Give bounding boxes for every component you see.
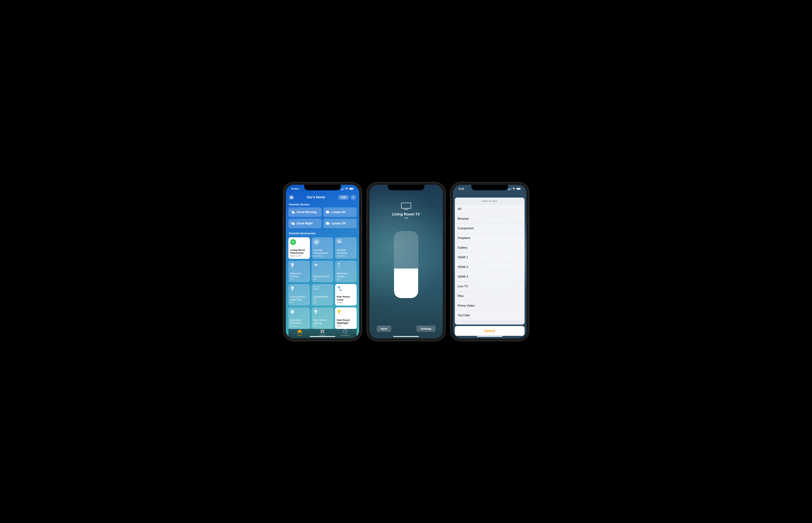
tile-living-room-light-tiles[interactable]: Living Room Light TilesOff — [288, 284, 310, 306]
input-option-plex[interactable]: Plex — [455, 291, 525, 301]
scene-lamps-on[interactable]: Lamps On — [323, 208, 357, 217]
tab-bar: HomeRoomsAutomation — [288, 329, 357, 338]
svg-rect-18 — [314, 286, 319, 289]
input-option-fireplace[interactable]: Fireplace — [455, 233, 525, 243]
scene-icon — [290, 221, 295, 226]
tile-status: Updating — [337, 255, 355, 257]
tile-status: Paused — [290, 325, 308, 327]
temperature-icon: 48° — [314, 239, 319, 245]
input-option-gallery[interactable]: Gallery — [455, 243, 525, 253]
tile-name: Living Room TV — [314, 295, 332, 301]
svg-rect-33 — [517, 188, 520, 190]
phone-accessory-detail: Living Room TV Off Input Settings — [367, 182, 445, 341]
tab-label: Automation — [340, 335, 350, 336]
tab-automation[interactable]: Automation — [334, 329, 357, 336]
svg-rect-23 — [291, 310, 294, 314]
tile-name: Bedroom Lamps — [337, 272, 355, 278]
home-indicator[interactable] — [310, 336, 335, 337]
tile-name: Living Room Light Tiles — [290, 295, 308, 301]
home-title: Zac's Home — [307, 195, 325, 199]
accessory-state: Off — [392, 217, 420, 220]
svg-rect-1 — [350, 188, 353, 190]
phone-home-app: 9:31➤ Zac's Home Edit ＋ Favorite Scenes … — [283, 182, 362, 341]
tile-living-room-thermostat[interactable]: 72°Living Room ThermostatHeat to 68° — [288, 237, 310, 259]
tile-outside-humidity[interactable]: Outside HumidityUpdating — [335, 237, 357, 259]
svg-rect-24 — [315, 313, 316, 314]
svg-rect-34 — [521, 188, 521, 189]
svg-rect-17 — [292, 290, 293, 291]
tile-bedroom-homepod[interactable]: Bedroom HomePodPaused — [288, 307, 310, 329]
scenes-grid: Good MorningLamps OnGood NightLamps Off — [288, 208, 357, 228]
tile-kids-room-lamp[interactable]: Kids Room Lamp100% — [335, 284, 357, 306]
power-slider[interactable] — [394, 231, 418, 298]
phone-input-picker: 9:31 Select an Input. AVBrowserComponent… — [451, 182, 529, 341]
tab-icon — [320, 329, 325, 334]
tile-status: Off — [290, 278, 308, 281]
tile-name: Bedroom HomePod — [290, 319, 308, 325]
tile-name: Kids Room Nightlight — [337, 319, 355, 325]
home-chip-button[interactable] — [289, 195, 294, 200]
tile-kids-room-nightlight[interactable]: Kids Room Nightlight41% — [335, 307, 357, 329]
tab-home[interactable]: Home — [288, 329, 311, 336]
svg-line-20 — [339, 288, 341, 290]
svg-rect-27 — [323, 329, 324, 331]
svg-rect-30 — [401, 203, 411, 208]
tile-status: Updating — [314, 255, 332, 257]
settings-button[interactable]: Settings — [417, 325, 435, 332]
bulb-icon — [314, 309, 318, 315]
tile-name: Bedroom Ceiling — [290, 272, 308, 278]
edit-button[interactable]: Edit — [338, 195, 349, 200]
input-option-live-tv[interactable]: Live TV — [455, 282, 525, 291]
svg-line-9 — [292, 211, 292, 212]
home-indicator[interactable] — [477, 336, 502, 337]
scene-label: Good Night — [297, 222, 313, 225]
input-option-prime-video[interactable]: Prime Video — [455, 301, 525, 311]
tile-status: Off — [314, 278, 332, 281]
tile-outside-temperature[interactable]: 48°Outside TemperatureUpdating — [312, 237, 333, 259]
floor-lamp-icon — [337, 263, 341, 268]
input-option-hdmi-3[interactable]: HDMI 3 — [455, 272, 525, 282]
add-button[interactable]: ＋ — [351, 195, 356, 200]
input-action-sheet: Select an Input. AVBrowserComponentFirep… — [455, 198, 525, 325]
cancel-button[interactable]: Cancel — [455, 326, 525, 336]
fan-icon — [314, 263, 319, 268]
tab-rooms[interactable]: Rooms — [311, 329, 334, 336]
home-indicator[interactable] — [393, 336, 419, 337]
tile-bedroom-fan[interactable]: Bedroom FanOff — [312, 261, 333, 282]
bulb-icon — [290, 263, 295, 268]
scene-lamps-off[interactable]: Lamps Off — [323, 219, 357, 228]
scene-good-night[interactable]: Good Night — [288, 219, 322, 228]
tile-bedroom-lamps[interactable]: Bedroom LampsOff — [335, 261, 357, 282]
scene-label: Lamps Off — [332, 222, 346, 225]
tv-icon — [314, 286, 319, 290]
accessory-name: Living Room TV — [392, 212, 420, 216]
input-option-youtube[interactable]: YouTube — [455, 311, 525, 320]
status-time: 9:31 — [292, 187, 297, 190]
scene-icon — [325, 210, 330, 214]
input-option-hdmi-1[interactable]: HDMI 1 — [455, 253, 525, 262]
tile-name: Living Room Thermostat — [290, 249, 308, 254]
svg-rect-12 — [292, 267, 293, 267]
tile-name: Kids Room Lamp — [337, 295, 355, 301]
input-option-browser[interactable]: Browser — [455, 214, 525, 224]
input-button[interactable]: Input — [377, 325, 391, 332]
input-option-component[interactable]: Component — [455, 224, 525, 233]
tab-icon — [343, 329, 348, 334]
accessory-header: Living Room TV Off — [392, 202, 420, 220]
tile-bedroom-ceiling[interactable]: Bedroom CeilingOff — [288, 261, 310, 282]
tile-status: Off — [290, 301, 308, 304]
input-option-hdmi-2[interactable]: HDMI 2 — [455, 262, 525, 272]
svg-point-22 — [338, 288, 339, 289]
input-option-av[interactable]: AV — [455, 204, 525, 214]
accessories-grid: 72°Living Room ThermostatHeat to 68°48°O… — [288, 237, 357, 329]
svg-rect-2 — [354, 188, 354, 189]
tile-living-room-tv[interactable]: Living Room TVOff — [312, 284, 333, 306]
scene-good-morning[interactable]: Good Morning — [288, 208, 322, 217]
house-icon — [290, 196, 293, 199]
tile-kids-room-ceiling[interactable]: Kids Room CeilingOff — [312, 307, 333, 329]
status-time: 9:31 — [459, 187, 464, 190]
humidity-icon — [337, 239, 342, 243]
tab-icon — [297, 329, 302, 334]
tile-name: Outside Humidity — [337, 249, 355, 254]
tab-label: Home — [297, 334, 302, 336]
